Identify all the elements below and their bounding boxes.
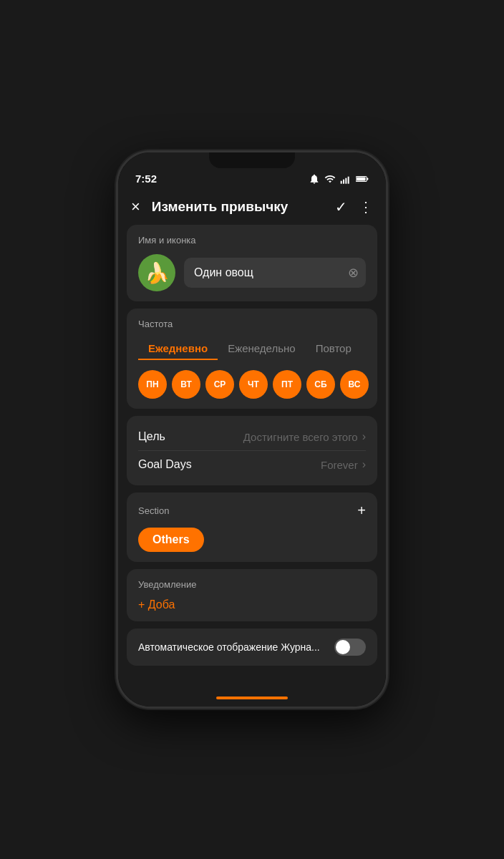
more-options-button[interactable]: ⋮ — [359, 198, 373, 215]
status-icons — [309, 173, 369, 185]
tab-repeat[interactable]: Повтор — [306, 338, 362, 360]
toggle-row: Автоматическое отображение Журна... — [138, 639, 366, 656]
alarm-icon — [309, 173, 320, 185]
day-sunday[interactable]: ВС — [340, 370, 369, 399]
goal-row[interactable]: Цель Достигните всего этого › — [138, 426, 366, 447]
habit-icon-emoji: 🍌 — [145, 261, 170, 285]
svg-rect-2 — [345, 178, 346, 183]
goal-days-value: Forever › — [321, 458, 366, 471]
svg-rect-1 — [343, 179, 344, 183]
bottom-bar — [118, 692, 386, 707]
svg-rect-5 — [367, 178, 368, 180]
input-clear-button[interactable]: ⊗ — [348, 265, 359, 281]
home-indicator — [216, 697, 288, 699]
goal-card: Цель Достигните всего этого › Goal Days … — [127, 416, 377, 485]
tab-weekly[interactable]: Еженедельно — [218, 338, 305, 360]
app-header: × Изменить привычку ✓ ⋮ — [118, 189, 386, 225]
status-time: 7:52 — [135, 173, 157, 185]
notification-card: Уведомление + Доба — [127, 569, 377, 621]
signal-icon — [340, 173, 352, 185]
section-header: Section + — [138, 503, 366, 519]
svg-rect-0 — [341, 180, 342, 183]
goal-days-chevron-icon: › — [362, 458, 366, 471]
add-section-button[interactable]: + — [357, 503, 366, 519]
auto-log-label: Автоматическое отображение Журна... — [138, 641, 334, 653]
add-notification-button[interactable]: + Доба — [138, 598, 366, 611]
goal-days-row[interactable]: Goal Days Forever › — [138, 450, 366, 475]
auto-log-toggle[interactable] — [334, 639, 366, 656]
toggle-knob — [336, 640, 350, 654]
tab-daily[interactable]: Ежедневно — [138, 338, 218, 360]
day-wednesday[interactable]: СР — [205, 370, 234, 399]
habit-name-input[interactable] — [184, 258, 366, 288]
day-friday[interactable]: ПТ — [273, 370, 301, 399]
phone-frame: 7:52 × Изменить привычку ✓ ⋮ — [116, 150, 388, 709]
status-bar: 7:52 — [118, 152, 386, 189]
day-thursday[interactable]: ЧТ — [239, 370, 268, 399]
goal-label: Цель — [138, 430, 165, 443]
day-monday[interactable]: ПН — [138, 370, 167, 399]
section-label: Section — [138, 505, 169, 516]
others-section-button[interactable]: Others — [138, 528, 204, 552]
goal-days-value-text: Forever — [321, 459, 358, 471]
add-notification-text: + Доба — [138, 598, 175, 611]
close-button[interactable]: × — [131, 198, 140, 216]
day-buttons: ПН ВТ СР ЧТ ПТ СБ ВС — [138, 370, 366, 399]
name-section-label: Имя и иконка — [138, 235, 366, 246]
name-icon-card: Имя и иконка 🍌 ⊗ — [127, 225, 377, 301]
goal-value-text: Достигните всего этого — [243, 431, 358, 443]
notification-label: Уведомление — [138, 579, 366, 590]
section-card: Section + Others — [127, 492, 377, 562]
frequency-label: Частота — [138, 319, 366, 329]
scroll-content: Имя и иконка 🍌 ⊗ Частота Ежедневно Ежене… — [118, 225, 386, 692]
day-saturday[interactable]: СБ — [306, 370, 335, 399]
confirm-button[interactable]: ✓ — [335, 198, 347, 215]
header-actions: ✓ ⋮ — [335, 198, 373, 215]
goal-days-label: Goal Days — [138, 458, 192, 471]
name-input-wrapper: ⊗ — [184, 258, 366, 288]
battery-icon — [356, 175, 369, 183]
goal-value: Достигните всего этого › — [243, 430, 366, 443]
frequency-tabs: Ежедневно Еженедельно Повтор — [138, 338, 366, 360]
page-title: Изменить привычку — [152, 199, 335, 215]
svg-rect-3 — [348, 176, 349, 183]
frequency-card: Частота Ежедневно Еженедельно Повтор ПН … — [127, 309, 377, 409]
day-tuesday[interactable]: ВТ — [172, 370, 200, 399]
habit-icon[interactable]: 🍌 — [138, 254, 175, 291]
goal-chevron-icon: › — [362, 430, 366, 443]
svg-rect-6 — [357, 177, 365, 180]
wifi-icon — [324, 173, 336, 185]
name-row: 🍌 ⊗ — [138, 254, 366, 291]
auto-log-card: Автоматическое отображение Журна... — [127, 629, 377, 666]
phone-screen: 7:52 × Изменить привычку ✓ ⋮ — [118, 152, 386, 707]
